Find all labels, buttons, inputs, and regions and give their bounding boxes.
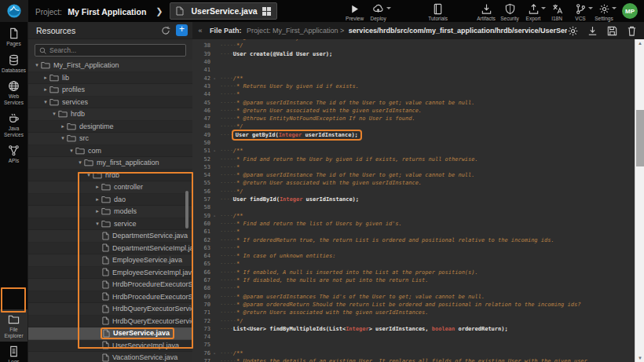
resources-search: [28, 39, 192, 60]
chevron-down-icon[interactable]: ▾: [50, 111, 58, 117]
line-number: 51: [192, 148, 213, 154]
editor-scrollbar[interactable]: ▲ ▼: [635, 39, 644, 362]
tree-item-services[interactable]: ▾services: [28, 97, 193, 109]
file-icon: [102, 232, 109, 240]
scroll-down-icon[interactable]: ▼: [635, 354, 644, 362]
action-settings-button[interactable]: Settings: [592, 1, 616, 21]
file-icon: [102, 316, 109, 325]
search-input[interactable]: [49, 46, 181, 54]
sidebar-item-logs[interactable]: Logs: [0, 342, 27, 362]
tree-item-lib[interactable]: ▸lib: [28, 72, 193, 85]
chevron-right-icon[interactable]: ▸: [93, 184, 101, 190]
sidebar-item-pages[interactable]: Pages: [0, 24, 27, 50]
chevron-down-icon[interactable]: ▾: [85, 172, 93, 178]
tree-item-userserviceimpl-java[interactable]: UserServiceImpl.java: [28, 340, 193, 353]
editor-scrollbar-thumb[interactable]: [636, 110, 644, 166]
tree-item-my-first-application[interactable]: ▾My_First_Application: [28, 60, 193, 72]
file-icon: [102, 292, 109, 301]
folder-open-icon: [67, 134, 76, 142]
action-tutorials-button[interactable]: Tutorials: [426, 1, 450, 21]
tree-item-dao[interactable]: ▸dao: [28, 194, 193, 207]
line-number: 75: [192, 342, 213, 348]
sidebar-item-web-services[interactable]: Web Services: [0, 76, 27, 108]
tree-item-controller[interactable]: ▸controller: [28, 181, 193, 194]
tree-item-com[interactable]: ▾com: [28, 145, 193, 158]
chevron-right-icon[interactable]: ▸: [42, 86, 49, 93]
tab-userservice-java[interactable]: UserService.java: [170, 2, 277, 20]
action-label: Tutorials: [428, 16, 448, 21]
line-number: 46: [192, 108, 213, 114]
fold-marker[interactable]: -: [213, 75, 220, 82]
code-line-45: 45·····* @param userIdInstance The id of…: [192, 98, 625, 106]
chevron-down-icon[interactable]: ▾: [76, 159, 84, 166]
tree-item-hrdbqueryexecutorservice[interactable]: HrdbQueryExecutorService: [28, 303, 193, 316]
tab-label: UserService.java: [192, 6, 258, 16]
chevron-right-icon[interactable]: ▸: [59, 123, 67, 130]
chevron-down-icon[interactable]: ▾: [93, 221, 101, 227]
line-number: 61: [192, 229, 213, 235]
app-logo[interactable]: [0, 0, 28, 22]
fold-marker[interactable]: -: [213, 350, 220, 357]
tree-item-src[interactable]: ▾src: [28, 133, 193, 145]
fold-marker[interactable]: -: [213, 148, 220, 154]
fold-marker[interactable]: -: [213, 213, 220, 219]
chevron-down-icon[interactable]: ▾: [33, 62, 41, 68]
chevron-right-icon[interactable]: ▸: [42, 75, 49, 81]
action-i18n-button[interactable]: I18N: [545, 1, 569, 21]
grid-icon[interactable]: [262, 7, 271, 16]
gear-button[interactable]: [567, 25, 579, 37]
download-button[interactable]: [587, 25, 598, 37]
book-icon: [432, 3, 444, 14]
sidebar-item-java-services[interactable]: Java Services: [0, 108, 27, 141]
tree-item-userservice-java[interactable]: UserService.java: [28, 327, 193, 340]
action-label: VCS: [575, 16, 585, 21]
trash-button[interactable]: [626, 25, 638, 37]
tree-item-label: models: [114, 207, 137, 215]
caret-down-icon: [612, 7, 617, 9]
tree-item-employeeserviceimpl-java[interactable]: EmployeeServiceImpl.java: [28, 267, 193, 280]
chevron-right-icon[interactable]: ▸: [93, 196, 101, 203]
download-icon: [587, 25, 598, 37]
action-vcs-button[interactable]: VCS: [569, 1, 592, 21]
tree-item-hrdbqueryexecutorservice[interactable]: HrdbQueryExecutorService: [28, 316, 193, 328]
sidebar-item-file-explorer[interactable]: File Explorer: [0, 309, 27, 342]
tree-item-service[interactable]: ▾service: [28, 218, 193, 231]
chevron-down-icon[interactable]: ▾: [42, 99, 49, 105]
user-avatar[interactable]: MP: [622, 3, 638, 19]
topbar-actions-right: ArtifactsSecurityExportI18NVCSSettings: [474, 1, 616, 21]
file-icon: [102, 305, 109, 313]
resources-scrollbar-thumb[interactable]: [185, 191, 188, 229]
chevron-down-icon[interactable]: ▾: [59, 135, 67, 141]
tree-item-hrdb[interactable]: ▾hrdb: [28, 170, 193, 182]
tree-item-hrdbprocedureexecutorse[interactable]: HrdbProcedureExecutorSe: [28, 279, 193, 291]
tree-item-models[interactable]: ▸models: [28, 206, 193, 218]
action-export-button[interactable]: Export: [521, 1, 545, 21]
tree-item-hrdb[interactable]: ▾hrdb: [28, 108, 193, 121]
tree-item-departmentservice-java[interactable]: DepartmentService.java: [28, 230, 193, 243]
chevron-right-icon[interactable]: ▸: [93, 208, 101, 214]
tree-item-vacationservice-java[interactable]: VacationService.java: [28, 352, 193, 362]
tree-item-designtime[interactable]: ▸designtime: [28, 121, 193, 133]
add-resource-button[interactable]: +: [176, 24, 188, 36]
tree-item-profiles[interactable]: ▸profiles: [28, 84, 193, 97]
refresh-icon[interactable]: [161, 26, 170, 35]
tree-item-employeeservice-java[interactable]: EmployeeService.java: [28, 254, 193, 267]
sidebar-item-databases[interactable]: Databases: [0, 50, 27, 77]
collapse-panel-button[interactable]: «: [196, 27, 205, 35]
sidebar-item-apis[interactable]: APIs: [0, 141, 27, 167]
scroll-up-icon[interactable]: ▲: [635, 39, 644, 47]
action-security-button[interactable]: Security: [498, 1, 521, 21]
tree-item-my-first-application[interactable]: ▾my_first_application: [28, 157, 193, 170]
tree-item-departmentserviceimpl-java[interactable]: DepartmentServiceImpl.java: [28, 243, 193, 255]
folder-icon: [101, 207, 111, 215]
tree-item-hrdbprocedureexecutorse[interactable]: HrdbProcedureExecutorSe: [28, 291, 193, 304]
chevron-down-icon[interactable]: ▾: [68, 148, 75, 154]
save-button[interactable]: [606, 25, 618, 37]
code-editor[interactable]: 37·····* @return the newly created user.…: [192, 39, 644, 362]
code-line-46: 46·····* @return User associated with th…: [192, 107, 625, 115]
action-artifacts-button[interactable]: Artifacts: [474, 1, 498, 21]
action-deploy-button[interactable]: Deploy: [367, 1, 390, 21]
file-icon: [102, 243, 109, 252]
code-line-69: 69·····* @param userIdInstances The id's…: [192, 293, 625, 301]
action-preview-button[interactable]: Preview: [343, 1, 367, 21]
